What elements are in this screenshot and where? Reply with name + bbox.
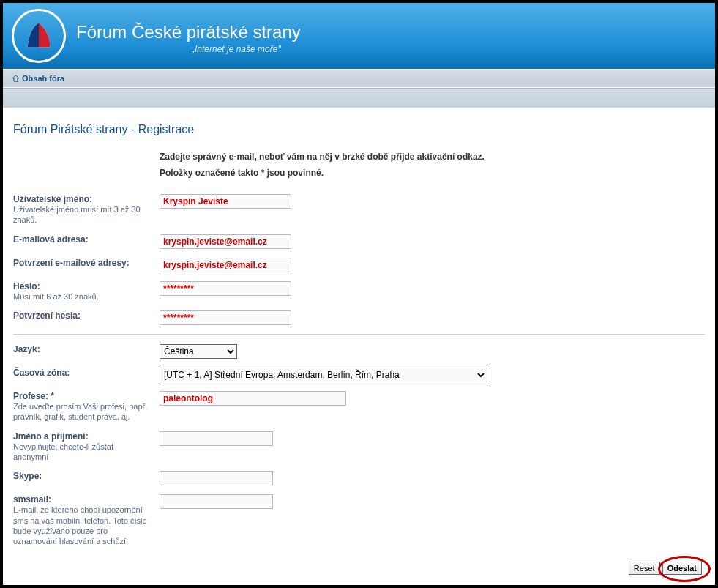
intro-line-2: Položky označené takto * jsou povinné. [160,165,705,182]
site-title: Fórum České pirátské strany [76,22,301,42]
logo-sail-icon [23,20,55,52]
input-fullname[interactable] [160,431,273,446]
separator-1 [13,334,705,335]
home-icon [12,75,20,82]
page-container: Fórum České pirátské strany „Internet je… [3,3,715,585]
button-bar [629,562,702,575]
row-skype: Skype: [13,471,705,485]
hint-password: Musí mít 6 až 30 znaků. [13,291,149,302]
label-password-confirm: Potvrzení hesla: [13,310,81,321]
registration-fieldset: Uživatelské jméno: Uživatelské jméno mus… [13,194,705,555]
label-timezone: Časová zóna: [13,368,70,378]
hint-fullname: Nevyplňujte, chcete-li zůstat anonymní [13,442,149,463]
input-password[interactable] [160,281,291,296]
row-profession: Profese: * Zde uveďte prosím Vaši profes… [13,391,705,423]
row-email: E-mailová adresa: [13,234,705,249]
label-language: Jazyk: [13,344,40,354]
label-email-confirm: Potvrzení e-mailové adresy: [13,258,130,268]
hint-username: Uživatelské jméno musí mít 3 až 30 znaků… [13,204,149,226]
breadcrumb-link[interactable]: Obsah fóra [22,74,64,83]
row-timezone: Časová zóna: [UTC + 1, A] Střední Evropa… [13,368,705,382]
intro-text: Zadejte správný e-mail, neboť vám na něj… [160,149,705,181]
site-logo[interactable] [12,9,66,63]
intro-line-1: Zadejte správný e-mail, neboť vám na něj… [160,149,705,165]
hint-smsmail: E-mail, ze kterého chodí upozornění sms … [13,505,149,546]
row-password-confirm: Potvrzení hesla: [13,310,705,325]
label-profession: Profese: * [13,391,54,401]
select-language[interactable]: Čeština [160,344,237,359]
breadcrumb-bar: Obsah fóra [3,69,715,88]
row-email-confirm: Potvrzení e-mailové adresy: [13,258,705,272]
input-email-confirm[interactable] [160,258,291,272]
label-email: E-mailová adresa: [13,234,89,245]
row-smsmail: smsmail: E-mail, ze kterého chodí upozor… [13,494,705,546]
select-timezone[interactable]: [UTC + 1, A] Střední Evropa, Amsterdam, … [160,368,487,382]
label-username: Uživatelské jméno: [13,194,92,204]
label-fullname: Jméno a příjmení: [13,431,89,442]
site-subtitle: „Internet je naše moře" [192,44,281,54]
site-header: Fórum České pirátské strany „Internet je… [3,3,715,69]
submit-button[interactable] [662,562,702,575]
input-skype[interactable] [160,471,273,485]
row-username: Uživatelské jméno: Uživatelské jméno mus… [13,194,705,226]
row-password: Heslo: Musí mít 6 až 30 znaků. [13,281,705,302]
row-language: Jazyk: Čeština [13,344,705,359]
input-password-confirm[interactable] [160,310,291,325]
row-fullname: Jméno a příjmení: Nevyplňujte, chcete-li… [13,431,705,463]
label-password: Heslo: [13,281,40,291]
hint-profession: Zde uveďte prosím Vaši profesi, např. pr… [13,401,149,423]
input-email[interactable] [160,234,291,249]
reset-button[interactable] [629,562,660,575]
label-skype: Skype: [13,471,42,481]
input-profession[interactable] [160,391,346,406]
label-smsmail: smsmail: [13,494,51,505]
content-area: Fórum Pirátské strany - Registrace Zadej… [3,108,715,562]
input-username[interactable] [160,194,291,209]
input-smsmail[interactable] [160,494,273,509]
page-title: Fórum Pirátské strany - Registrace [13,123,705,136]
sub-navbar [3,88,715,108]
